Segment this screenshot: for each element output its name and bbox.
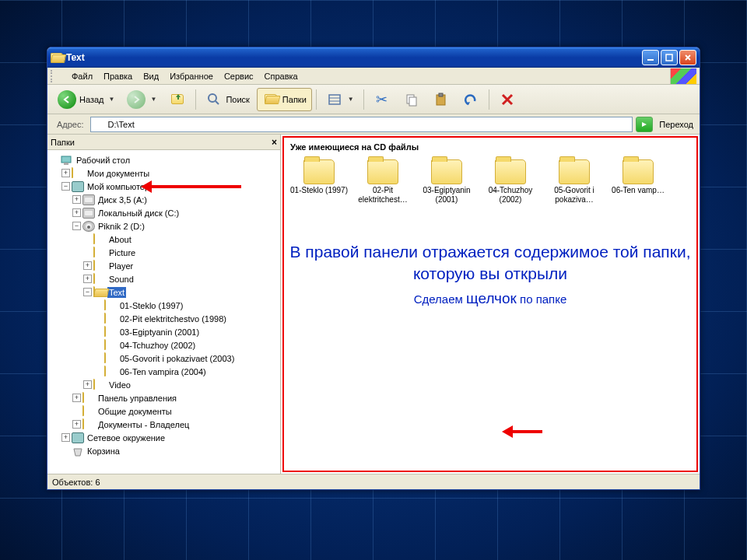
- forward-button[interactable]: ▼: [121, 88, 162, 111]
- separator: [195, 89, 196, 110]
- tree-localc[interactable]: +Локальный диск (C:): [72, 206, 279, 219]
- minimize-button[interactable]: [642, 50, 659, 65]
- computer-icon: [72, 181, 84, 192]
- tree-text-4[interactable]: 04-Tchuzhoy (2002): [94, 338, 279, 352]
- go-button[interactable]: [636, 117, 653, 132]
- folder-icon: [367, 159, 398, 184]
- list-item[interactable]: 06-Ten vamp…: [609, 159, 667, 204]
- tree-text-1[interactable]: 01-Steklo (1997): [94, 299, 279, 312]
- separator: [316, 89, 317, 110]
- up-button[interactable]: [163, 88, 191, 111]
- copy-button[interactable]: [398, 88, 426, 111]
- maximize-button[interactable]: [661, 50, 678, 65]
- item-list: 01-Steklo (1997) 02-Pit elektritchest… 0…: [287, 153, 693, 210]
- views-button[interactable]: ▼: [321, 88, 359, 111]
- paste-button[interactable]: [427, 88, 455, 111]
- annotation-line1: В правой панели отражается содержимое то…: [287, 241, 693, 285]
- svg-rect-3: [329, 95, 340, 104]
- delete-button[interactable]: [493, 88, 521, 111]
- folder-icon: [495, 159, 526, 184]
- list-item[interactable]: 03-Egiptyanin (2001): [418, 159, 475, 204]
- list-item[interactable]: 01-Steklo (1997): [290, 159, 348, 204]
- statusbar: Объектов: 6: [47, 474, 700, 489]
- expand-icon[interactable]: +: [61, 169, 70, 177]
- menu-view[interactable]: Вид: [138, 69, 164, 83]
- back-icon: [58, 90, 76, 109]
- chevron-down-icon: ▼: [348, 96, 354, 103]
- menu-file[interactable]: Файл: [66, 69, 98, 83]
- collapse-icon[interactable]: −: [83, 288, 92, 296]
- close-button[interactable]: [679, 50, 696, 65]
- separator: [363, 89, 364, 110]
- collapse-icon[interactable]: −: [72, 222, 81, 230]
- tree-shareddocs[interactable]: Общие документы: [72, 404, 279, 418]
- search-button[interactable]: Поиск: [200, 88, 254, 111]
- tree-network[interactable]: +Сетевое окружение: [61, 431, 279, 444]
- address-label: Адрес:: [54, 120, 87, 129]
- window-title: Text: [66, 52, 640, 63]
- tree-desktop[interactable]: Рабочий стол: [51, 153, 279, 166]
- tree-controlpanel[interactable]: +Панель управления: [72, 391, 279, 404]
- status-objects: Объектов: 6: [52, 478, 100, 487]
- folders-label: Папки: [282, 95, 307, 104]
- addressbar: Адрес: Переход: [47, 114, 700, 135]
- tree-text-3[interactable]: 03-Egiptyanin (2001): [94, 325, 279, 338]
- tree-sound[interactable]: +Sound: [83, 272, 279, 285]
- tree-video[interactable]: +Video: [83, 378, 279, 391]
- folder-tree[interactable]: Рабочий стол +Мои документы −Мой компьют…: [47, 150, 280, 474]
- folders-pane: Папки × Рабочий стол +Мои документы −Мой…: [47, 135, 281, 474]
- tree-text-6[interactable]: 06-Ten vampira (2004): [94, 365, 279, 378]
- folder-icon: [622, 159, 654, 184]
- tree-text-5[interactable]: 05-Govorit i pokazivaet (2003): [94, 352, 279, 365]
- search-icon: [205, 91, 223, 108]
- menubar-grip[interactable]: [51, 70, 63, 82]
- body: Папки × Рабочий стол +Мои документы −Мой…: [47, 135, 700, 474]
- content-pane[interactable]: Уже имеющиеся на CD файлы 01-Steklo (199…: [282, 136, 698, 472]
- undo-button[interactable]: [457, 88, 485, 111]
- menu-help[interactable]: Справка: [259, 69, 303, 83]
- tree-mydocs[interactable]: +Мои документы: [61, 166, 279, 180]
- address-input[interactable]: [90, 117, 633, 132]
- titlebar[interactable]: Text: [47, 47, 700, 68]
- title-folder-icon: [51, 51, 63, 64]
- folder-up-icon: [169, 91, 186, 108]
- back-label: Назад: [79, 95, 104, 104]
- menu-tools[interactable]: Сервис: [219, 69, 259, 83]
- undo-icon: [462, 91, 479, 108]
- svg-rect-11: [64, 163, 68, 165]
- tree-text-2[interactable]: 02-Pit elektritchestvo (1998): [94, 312, 279, 325]
- svg-rect-1: [666, 54, 672, 61]
- forward-icon: [127, 90, 146, 109]
- recycle-icon: [72, 446, 84, 457]
- chevron-down-icon: ▼: [150, 96, 156, 103]
- tree-player[interactable]: +Player: [83, 259, 279, 272]
- windows-logo-icon: [670, 68, 696, 84]
- cut-button[interactable]: ✂: [368, 88, 396, 111]
- explorer-window: Text Файл Правка Вид Избранное Сервис Сп…: [47, 47, 700, 490]
- svg-rect-7: [409, 97, 416, 106]
- list-item[interactable]: 04-Tchuzhoy (2002): [482, 159, 539, 204]
- folders-pane-close[interactable]: ×: [272, 137, 277, 148]
- tree-piknik[interactable]: −Piknik 2 (D:): [72, 219, 279, 233]
- search-label: Поиск: [226, 95, 249, 104]
- tree-ownerdocs[interactable]: +Документы - Владелец: [72, 418, 279, 431]
- go-label: Переход: [656, 120, 696, 129]
- annotation-line2: Сделаем щелчок по папке: [287, 290, 693, 307]
- folders-button[interactable]: Папки: [257, 88, 312, 111]
- tree-recycle[interactable]: Корзина: [61, 444, 279, 457]
- folders-pane-header: Папки ×: [47, 135, 280, 150]
- tree-about[interactable]: About: [83, 233, 279, 246]
- menu-edit[interactable]: Правка: [98, 69, 138, 83]
- chevron-down-icon: ▼: [109, 96, 115, 103]
- collapse-icon[interactable]: −: [61, 182, 70, 191]
- list-item[interactable]: 05-Govorit i pokaziva…: [545, 159, 603, 204]
- tree-floppy[interactable]: +Диск 3,5 (A:): [72, 193, 279, 206]
- tree-picture[interactable]: Picture: [83, 246, 279, 259]
- menu-favorites[interactable]: Избранное: [164, 69, 219, 83]
- tree-text[interactable]: −Text: [83, 285, 279, 299]
- annotation-arrow-content: [502, 425, 542, 438]
- scissors-icon: ✂: [374, 91, 391, 108]
- back-button[interactable]: Назад ▼: [52, 88, 120, 111]
- list-item[interactable]: 02-Pit elektritchest…: [354, 159, 412, 204]
- svg-rect-0: [647, 59, 654, 61]
